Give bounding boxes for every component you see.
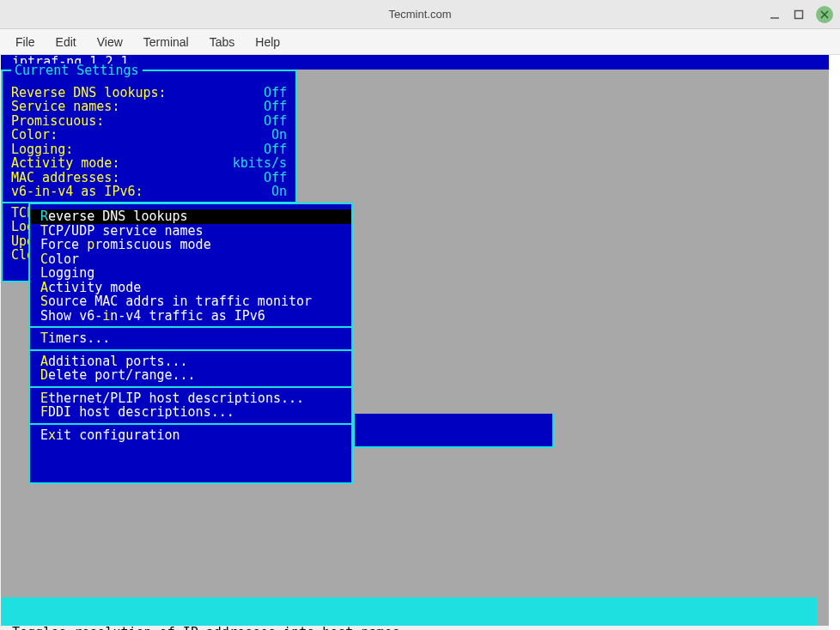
menu-item[interactable]: Ethernet/PLIP host descriptions... <box>30 391 351 406</box>
setting-label: Service names: <box>11 100 119 114</box>
terminal-body: Reverse DNS lookupsTCP/UDP service names… <box>1 70 829 597</box>
window-controls <box>768 6 833 23</box>
setting-value: kbits/s <box>227 156 287 171</box>
setting-label: Color: <box>11 128 58 142</box>
menu-edit[interactable]: Edit <box>47 32 85 52</box>
setting-label: v6-in-v4 as IPv6: <box>11 185 143 199</box>
setting-value: On <box>227 185 287 199</box>
menu-item[interactable]: Reverse DNS lookups <box>30 209 351 224</box>
menu-item[interactable]: Delete port/range... <box>30 368 351 383</box>
menu-item[interactable]: Timers... <box>30 331 351 346</box>
setting-label: Promiscuous: <box>11 114 104 129</box>
setting-value: Off <box>227 114 287 129</box>
terminal-scrollbar[interactable] <box>829 55 840 630</box>
setting-label: Activity mode: <box>11 156 119 171</box>
menubar: File Edit View Terminal Tabs Help <box>0 29 840 55</box>
setting-row: Logging:Off <box>11 142 287 157</box>
setting-row: v6-in-v4 as IPv6:On <box>11 185 287 199</box>
menu-item[interactable]: Color <box>30 252 351 267</box>
setting-label: MAC addresses: <box>11 171 119 185</box>
setting-row: Service names:Off <box>11 100 287 114</box>
config-menu: Reverse DNS lookupsTCP/UDP service names… <box>28 203 353 484</box>
setting-row: Color:On <box>11 128 287 142</box>
menu-separator <box>30 349 351 351</box>
menu-help[interactable]: Help <box>247 32 289 52</box>
menu-separator <box>30 386 351 388</box>
terminal[interactable]: iptraf-ng 1.2.1 Reverse DNS lookupsTCP/U… <box>1 55 829 626</box>
setting-value: Off <box>227 86 287 100</box>
maximize-button[interactable] <box>792 8 806 21</box>
close-button[interactable] <box>816 6 833 23</box>
setting-label: Logging: <box>11 142 73 157</box>
menu-view[interactable]: View <box>88 32 131 52</box>
menu-item[interactable]: TCP/UDP service names <box>30 224 351 239</box>
menu-item[interactable]: Exit configuration <box>30 428 351 443</box>
settings-title: Current Settings <box>11 64 143 78</box>
setting-row: MAC addresses:Off <box>11 171 287 185</box>
menu-item[interactable]: Logging <box>30 266 351 281</box>
status-hint: Toggles resolution of IP addresses into … <box>4 626 813 630</box>
setting-value: Off <box>227 171 287 185</box>
menu-terminal[interactable]: Terminal <box>135 32 198 52</box>
menu-separator <box>30 423 351 425</box>
minimize-button[interactable] <box>768 8 782 21</box>
window-titlebar: Tecmint.com <box>0 0 840 29</box>
setting-row: Reverse DNS lookups:Off <box>11 86 287 100</box>
menu-item[interactable]: Activity mode <box>30 281 351 295</box>
menu-separator <box>30 326 351 328</box>
menu-item[interactable]: Force promiscuous mode <box>30 238 351 252</box>
box-connector <box>353 414 554 448</box>
status-bar: Toggles resolution of IP addresses into … <box>1 597 817 626</box>
menu-tabs[interactable]: Tabs <box>201 32 244 52</box>
menu-item[interactable]: Additional ports... <box>30 354 351 369</box>
setting-label: Reverse DNS lookups: <box>11 86 167 100</box>
setting-value: On <box>227 128 287 142</box>
menu-file[interactable]: File <box>7 32 44 52</box>
menu-item[interactable]: FDDI host descriptions... <box>30 405 351 420</box>
setting-row: Activity mode:kbits/s <box>11 156 287 171</box>
svg-rect-1 <box>795 10 803 18</box>
setting-value: Off <box>227 100 287 114</box>
setting-value: Off <box>227 142 287 157</box>
menu-item[interactable]: Show v6-in-v4 traffic as IPv6 <box>30 309 351 324</box>
window-title: Tecmint.com <box>389 8 452 21</box>
menu-item[interactable]: Source MAC addrs in traffic monitor <box>30 294 351 309</box>
setting-row: Promiscuous:Off <box>11 114 287 129</box>
